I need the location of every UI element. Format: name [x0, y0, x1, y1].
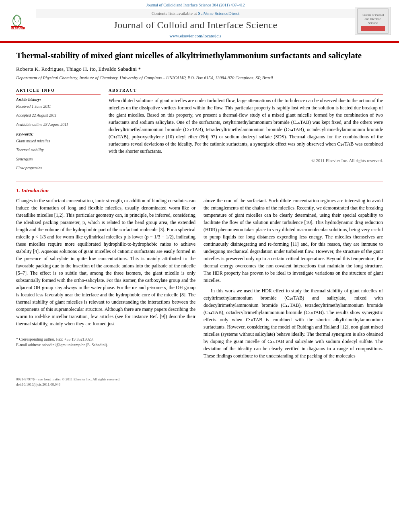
- journal-main-title: Journal of Colloid and Interface Science: [36, 18, 355, 32]
- contents-text: Contents lists available at: [152, 11, 197, 16]
- intro-left-p1: Changes in the surfactant concentration,…: [16, 197, 195, 327]
- online-date: Available online 28 August 2011: [16, 122, 101, 128]
- introduction-title: 1. Introduction: [16, 187, 383, 195]
- introduction-section: 1. Introduction Changes in the surfactan…: [16, 187, 383, 363]
- abstract-paragraph: When diluted solutions of giant micelles…: [109, 97, 383, 155]
- intro-two-col: Changes in the surfactant concentration,…: [16, 197, 383, 363]
- journal-header: ELSEVIER Journal of Colloid and Interfac…: [0, 0, 399, 42]
- intro-left-col: Changes in the surfactant concentration,…: [16, 197, 195, 363]
- history-label: Article history:: [16, 97, 101, 103]
- keyword-3: Synergism: [16, 156, 101, 162]
- footnote-section: * Corresponding author. Fax: +55 19 3521…: [16, 334, 195, 348]
- copyright-text: © 2011 Elsevier Inc. All rights reserved…: [109, 157, 383, 164]
- keyword-4: Flow properties: [16, 165, 101, 171]
- article-affiliation: Department of Physical Chemistry, Instit…: [16, 75, 383, 81]
- svg-rect-11: [361, 26, 385, 31]
- article-title: Thermal-stability of mixed giant micelle…: [16, 50, 383, 61]
- keywords-label: Keywords:: [16, 131, 101, 138]
- abstract-text: When diluted solutions of giant micelles…: [109, 97, 383, 164]
- abstract-col: ABSTRACT When diluted solutions of giant…: [109, 88, 383, 175]
- journal-title-block: Journal of Colloid and Interface Science…: [36, 2, 355, 39]
- sciverse-link[interactable]: SciVerse ScienceDirect: [198, 11, 239, 16]
- received-date: Received 1 June 2011: [16, 104, 101, 110]
- abstract-header: ABSTRACT: [109, 88, 383, 95]
- article-authors: Roberta K. Rodrigues, Thiago H. Ito, Edv…: [16, 65, 383, 73]
- elsevier-logo-block: ELSEVIER: [8, 10, 36, 32]
- intro-right-p1: above the cmc of the surfactant. Such di…: [204, 197, 383, 284]
- article-info-col: ARTICLE INFO Article history: Received 1…: [16, 88, 101, 175]
- intro-right-p2: In this work we used the HDR effect to s…: [204, 287, 383, 359]
- article-info-header: ARTICLE INFO: [16, 88, 101, 95]
- keyword-1: Giant mixed micelles: [16, 138, 101, 144]
- journal-cover-image: Journal of Colloid and Interface Science: [355, 7, 391, 35]
- intro-left-text: Changes in the surfactant concentration,…: [16, 197, 195, 327]
- authors-text: Roberta K. Rodrigues, Thiago H. Ito, Edv…: [16, 66, 141, 72]
- article-info-abstract-section: ARTICLE INFO Article history: Received 1…: [16, 88, 383, 175]
- section-divider: [16, 181, 383, 181]
- keyword-2: Thermal stability: [16, 147, 101, 153]
- footnote-email: E-mail address: sabadini@iqm.unicamp.br …: [16, 342, 195, 348]
- intro-right-col: above the cmc of the surfactant. Such di…: [204, 197, 383, 363]
- elsevier-logo-svg: ELSEVIER: [8, 10, 36, 30]
- footnote-corresponding: * Corresponding author. Fax: +55 19 3521…: [16, 337, 195, 343]
- journal-citation: Journal of Colloid and Interface Science…: [36, 2, 355, 8]
- svg-text:ELSEVIER: ELSEVIER: [11, 27, 25, 30]
- email-label: E-mail address:: [16, 343, 41, 347]
- section-name: Introduction: [21, 187, 49, 193]
- bottom-bar: 0021-9797/$ – see front matter © 2011 El…: [0, 375, 399, 389]
- journal-url[interactable]: www.elsevier.com/locate/jcis: [36, 33, 355, 39]
- page: ELSEVIER Journal of Colloid and Interfac…: [0, 0, 399, 532]
- accepted-date: Accepted 22 August 2011: [16, 113, 101, 119]
- email-address: sabadini@iqm.unicamp.br (E. Sabadini).: [42, 343, 108, 347]
- svg-text:Journal of Colloid: Journal of Colloid: [362, 14, 384, 16]
- section-number: 1.: [16, 187, 20, 193]
- svg-text:and Interface: and Interface: [365, 18, 381, 21]
- doi-text: doi:10.1016/j.jcis.2011.08.048: [16, 382, 60, 386]
- svg-text:Science: Science: [368, 22, 378, 25]
- contents-bar: Contents lists available at SciVerse Sci…: [36, 9, 355, 18]
- intro-right-text: above the cmc of the surfactant. Such di…: [204, 197, 383, 359]
- article-body: Thermal-stability of mixed giant micelle…: [0, 43, 399, 371]
- issn-text: 0021-9797/$ – see front matter © 2011 El…: [16, 377, 120, 381]
- keywords-block: Keywords: Giant mixed micelles Thermal s…: [16, 131, 101, 171]
